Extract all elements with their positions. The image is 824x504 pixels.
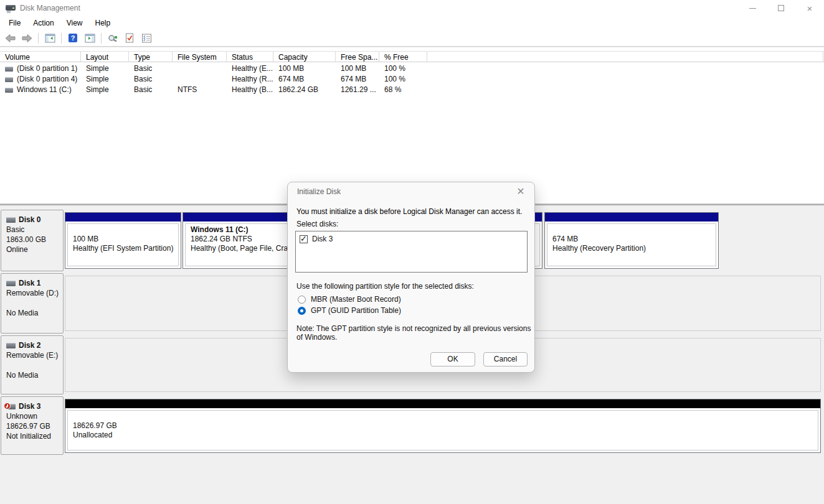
menu-view[interactable]: View: [60, 16, 89, 30]
volume-file-system: [173, 73, 178, 84]
volume-list-pane: Volume Layout Type File System Status Ca…: [0, 47, 824, 203]
column-header-status[interactable]: Status: [227, 52, 273, 62]
partition-size: 18626.97 GB: [73, 421, 818, 431]
window-title: Disk Management: [20, 0, 80, 16]
disk3-label-panel[interactable]: Disk 3 Unknown 18626.97 GB Not Initializ…: [1, 396, 64, 455]
column-header-layout[interactable]: Layout: [81, 52, 129, 62]
forward-icon[interactable]: [21, 33, 32, 44]
partition-recovery[interactable]: 674 MB Healthy (Recovery Partition): [544, 212, 719, 269]
minimize-button[interactable]: [738, 0, 767, 16]
volume-type: Basic: [129, 84, 152, 95]
disk-list-item[interactable]: Disk 3: [300, 235, 527, 243]
column-header-free-space[interactable]: Free Spa...: [336, 52, 379, 62]
partition-size: 100 MB: [73, 235, 178, 244]
help-icon[interactable]: ?: [67, 33, 78, 44]
minimize-icon: [749, 8, 756, 9]
menu-help[interactable]: Help: [89, 16, 117, 30]
volume-free-space: 674 MB: [336, 73, 366, 84]
menu-bar: File Action View Help: [0, 16, 824, 30]
checkmark-document-icon[interactable]: [124, 33, 135, 44]
back-icon[interactable]: [4, 33, 16, 44]
disk-icon: [6, 404, 16, 409]
volume-drive-icon: [5, 77, 13, 82]
disk-list-box[interactable]: Disk 3: [295, 231, 528, 273]
partition-color-band: [545, 213, 718, 222]
disk2-label-panel[interactable]: Disk 2 Removable (E:) No Media: [1, 335, 64, 394]
mbr-radio-row[interactable]: MBR (Master Boot Record): [298, 294, 401, 304]
table-row[interactable]: Windows 11 (C:) Simple Basic NTFS Health…: [0, 84, 824, 95]
column-header-pct-free[interactable]: % Free: [379, 52, 427, 62]
disk-status: Online: [6, 245, 60, 254]
action-pane-icon[interactable]: [84, 33, 95, 44]
disk-size: 18626.97 GB: [6, 421, 60, 431]
magnifier-icon[interactable]: [107, 33, 118, 44]
disk0-label-panel[interactable]: Disk 0 Basic 1863.00 GB Online: [1, 210, 64, 271]
volume-capacity: 1862.24 GB: [273, 84, 318, 95]
volume-table-header: Volume Layout Type File System Status Ca…: [0, 51, 824, 62]
disk-status: No Media: [6, 308, 60, 318]
menu-file[interactable]: File: [2, 16, 27, 30]
column-header-capacity[interactable]: Capacity: [273, 52, 336, 62]
disk-type: Basic: [6, 225, 60, 235]
gpt-radio[interactable]: [298, 307, 306, 315]
console-tree-icon[interactable]: [44, 33, 55, 44]
column-header-type[interactable]: Type: [129, 52, 173, 62]
close-button[interactable]: ×: [795, 0, 824, 16]
column-header-volume[interactable]: Volume: [0, 52, 81, 62]
volume-name: (Disk 0 partition 4): [17, 75, 77, 83]
volume-capacity: 674 MB: [273, 73, 304, 84]
volume-type: Basic: [129, 73, 152, 84]
disk-type: Unknown: [6, 411, 60, 421]
table-row[interactable]: (Disk 0 partition 1) Simple Basic Health…: [0, 63, 824, 73]
partition-size: 674 MB: [552, 235, 716, 244]
disk1-label-panel[interactable]: Disk 1 Removable (D:) No Media: [1, 273, 64, 334]
disk-status: Not Initialized: [6, 431, 60, 441]
volume-status: Healthy (R...: [227, 73, 273, 84]
title-bar: Disk Management ×: [0, 0, 824, 16]
partition-title: [552, 225, 716, 235]
volume-layout: Simple: [81, 84, 109, 95]
table-row[interactable]: (Disk 0 partition 4) Simple Basic Health…: [0, 73, 824, 84]
mbr-radio-label: MBR (Master Boot Record): [311, 295, 401, 304]
volume-status: Healthy (B...: [227, 84, 273, 95]
volume-type: Basic: [129, 63, 152, 73]
volume-drive-icon: [5, 67, 13, 72]
svg-text:?: ?: [71, 34, 75, 42]
column-header-file-system[interactable]: File System: [173, 52, 227, 62]
select-disks-label: Select disks:: [296, 220, 338, 228]
volume-status: Healthy (E...: [227, 63, 273, 73]
partition-efi[interactable]: 100 MB Healthy (EFI System Partition): [65, 212, 181, 269]
disk-name: Disk 2: [19, 341, 40, 350]
disk-size: [6, 360, 60, 370]
volume-name: Windows 11 (C:): [17, 85, 72, 94]
disk-size: [6, 298, 60, 308]
toolbar-separator: [101, 33, 102, 44]
mbr-radio[interactable]: [298, 296, 306, 304]
ok-button[interactable]: OK: [430, 352, 475, 366]
partition-unallocated[interactable]: 18626.97 GB Unallocated: [65, 399, 821, 453]
volume-pct-free: 100 %: [379, 63, 405, 73]
checklist-icon[interactable]: [141, 33, 152, 44]
volume-pct-free: 100 %: [379, 73, 405, 84]
partition-color-band: [65, 213, 181, 222]
not-initialized-badge-icon: [4, 403, 11, 409]
disk-icon: [6, 343, 16, 348]
partition-style-label: Use the following partition style for th…: [296, 282, 474, 291]
dialog-message: You must initialize a disk before Logica…: [296, 207, 522, 216]
initialize-disk-dialog: Initialize Disk ✕ You must initialize a …: [287, 182, 535, 373]
volume-capacity: 100 MB: [273, 63, 304, 73]
volume-free-space: 1261.29 ...: [336, 84, 376, 95]
maximize-button[interactable]: [767, 0, 795, 16]
volume-pct-free: 68 %: [379, 84, 401, 95]
gpt-radio-row[interactable]: GPT (GUID Partition Table): [298, 306, 401, 315]
disk-name: Disk 1: [19, 279, 40, 287]
disk-icon: [6, 217, 16, 223]
disk-icon: [6, 281, 16, 286]
cancel-button[interactable]: Cancel: [483, 352, 528, 366]
toolbar-separator: [61, 33, 62, 44]
menu-action[interactable]: Action: [27, 16, 60, 30]
volume-file-system: [173, 63, 178, 73]
dialog-close-icon[interactable]: ✕: [514, 185, 527, 198]
dialog-note: Note: The GPT partition style is not rec…: [296, 324, 533, 342]
disk3-checkbox[interactable]: [300, 235, 308, 243]
